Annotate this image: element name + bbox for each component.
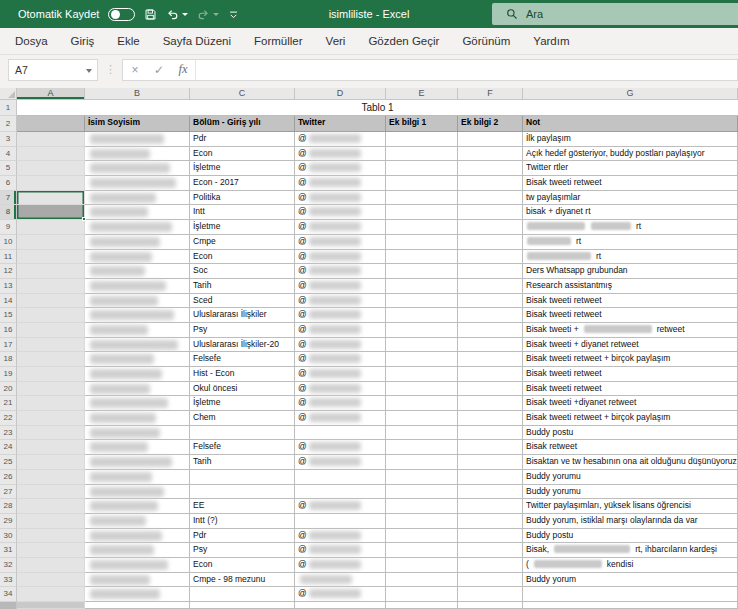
cell-a[interactable] bbox=[17, 235, 85, 250]
cell-twitter[interactable]: @ bbox=[295, 161, 386, 176]
cell-twitter[interactable]: @ bbox=[295, 294, 386, 309]
cell-twitter[interactable]: @ bbox=[295, 308, 386, 323]
cell-extra2[interactable] bbox=[458, 161, 523, 176]
cell-note[interactable]: Bisak tweeti retweet bbox=[523, 382, 738, 397]
cell-department[interactable]: Felsefe bbox=[190, 352, 295, 367]
cell-extra1[interactable] bbox=[386, 338, 458, 353]
row-header-22[interactable]: 22 bbox=[0, 411, 17, 426]
cell-name[interactable] bbox=[85, 323, 190, 338]
cell-name[interactable] bbox=[85, 573, 190, 588]
cell-extra1[interactable] bbox=[386, 543, 458, 558]
ribbon-tab-yardim[interactable]: Yardım bbox=[533, 35, 569, 47]
ribbon-tab-ekle[interactable]: Ekle bbox=[117, 35, 139, 47]
undo-dropdown-caret[interactable] bbox=[182, 13, 188, 16]
header-cell-a[interactable] bbox=[17, 116, 85, 132]
cell-name[interactable] bbox=[85, 161, 190, 176]
cell-extra1[interactable] bbox=[386, 426, 458, 441]
cell-a[interactable] bbox=[17, 455, 85, 470]
cell-extra2[interactable] bbox=[458, 485, 523, 500]
cell-twitter[interactable]: @ bbox=[295, 455, 386, 470]
row-header-29[interactable]: 29 bbox=[0, 514, 17, 529]
cell-twitter[interactable] bbox=[295, 485, 386, 500]
cell-extra2[interactable] bbox=[458, 543, 523, 558]
cell-a[interactable] bbox=[17, 514, 85, 529]
row-header-8[interactable]: 8 bbox=[0, 205, 17, 220]
cell-extra2[interactable] bbox=[458, 573, 523, 588]
select-all-corner[interactable] bbox=[0, 88, 17, 99]
cell-twitter[interactable]: @ bbox=[295, 323, 386, 338]
cell-department[interactable]: Uluslararası İlişkiler-20 bbox=[190, 338, 295, 353]
cell-extra2[interactable] bbox=[458, 191, 523, 206]
cell-extra1[interactable] bbox=[386, 602, 458, 609]
cell-twitter[interactable]: @ bbox=[295, 587, 386, 602]
row-header-28[interactable]: 28 bbox=[0, 499, 17, 514]
cell-extra2[interactable] bbox=[458, 338, 523, 353]
cell-note[interactable]: Bisaktan ve tw hesabının ona ait olduğun… bbox=[523, 455, 738, 470]
cell-a[interactable] bbox=[17, 426, 85, 441]
cell-a[interactable] bbox=[17, 176, 85, 191]
cell-department[interactable]: Politika bbox=[190, 191, 295, 206]
cell-note[interactable]: Buddy yorum, istiklal marşı olaylarında … bbox=[523, 514, 738, 529]
cell-note[interactable]: rt bbox=[523, 235, 738, 250]
cell-note[interactable] bbox=[523, 602, 738, 609]
cell-extra1[interactable] bbox=[386, 455, 458, 470]
cell-extra2[interactable] bbox=[458, 602, 523, 609]
cell-a[interactable] bbox=[17, 147, 85, 162]
cell-name[interactable] bbox=[85, 440, 190, 455]
column-header-e[interactable]: E bbox=[386, 88, 458, 99]
cell-a[interactable] bbox=[17, 250, 85, 265]
cell-a[interactable] bbox=[17, 352, 85, 367]
cell-extra1[interactable] bbox=[386, 382, 458, 397]
cell-extra1[interactable] bbox=[386, 396, 458, 411]
cell-note[interactable]: İlk paylaşım bbox=[523, 132, 738, 147]
cell-twitter[interactable]: @ bbox=[295, 411, 386, 426]
header-cell-department[interactable]: Bölüm - Giriş yılı bbox=[190, 116, 295, 132]
cell-name[interactable] bbox=[85, 308, 190, 323]
name-box-dropdown-icon[interactable] bbox=[86, 69, 92, 73]
cell-department[interactable] bbox=[190, 426, 295, 441]
cell-extra2[interactable] bbox=[458, 264, 523, 279]
cell-twitter[interactable]: @ bbox=[295, 338, 386, 353]
cell-a[interactable] bbox=[17, 367, 85, 382]
fill-handle[interactable] bbox=[82, 217, 86, 221]
cell-department[interactable]: Psy bbox=[190, 543, 295, 558]
cell-name[interactable] bbox=[85, 587, 190, 602]
row-header-27[interactable]: 27 bbox=[0, 485, 17, 500]
cell-extra1[interactable] bbox=[386, 411, 458, 426]
cell-note[interactable]: Buddy postu bbox=[523, 529, 738, 544]
cell-extra2[interactable] bbox=[458, 396, 523, 411]
header-cell-extra1[interactable]: Ek bilgi 1 bbox=[386, 116, 458, 132]
cell-extra2[interactable] bbox=[458, 220, 523, 235]
cell-name[interactable] bbox=[85, 132, 190, 147]
cell-extra2[interactable] bbox=[458, 205, 523, 220]
cell-note[interactable]: Bisak tweeti +retweet bbox=[523, 323, 738, 338]
cell-extra2[interactable] bbox=[458, 235, 523, 250]
cell-a[interactable] bbox=[17, 205, 85, 220]
cell-a[interactable] bbox=[17, 440, 85, 455]
cell-name[interactable] bbox=[85, 338, 190, 353]
cell-extra1[interactable] bbox=[386, 161, 458, 176]
column-header-b[interactable]: B bbox=[85, 88, 190, 99]
cell-note[interactable]: bisak + diyanet rt bbox=[523, 205, 738, 220]
row-header-14[interactable]: 14 bbox=[0, 294, 17, 309]
cell-name[interactable] bbox=[85, 191, 190, 206]
column-header-g[interactable]: G bbox=[523, 88, 738, 99]
column-header-d[interactable]: D bbox=[295, 88, 386, 99]
cell-a[interactable] bbox=[17, 470, 85, 485]
formula-input[interactable] bbox=[195, 60, 737, 80]
cell-extra2[interactable] bbox=[458, 367, 523, 382]
save-icon[interactable] bbox=[144, 8, 157, 21]
cell-name[interactable] bbox=[85, 220, 190, 235]
cell-extra1[interactable] bbox=[386, 147, 458, 162]
column-header-c[interactable]: C bbox=[190, 88, 295, 99]
cell-twitter[interactable]: @ bbox=[295, 543, 386, 558]
row-header-4[interactable]: 4 bbox=[0, 147, 17, 162]
cell-extra1[interactable] bbox=[386, 573, 458, 588]
cell-extra1[interactable] bbox=[386, 132, 458, 147]
header-cell-note[interactable]: Not bbox=[523, 116, 738, 132]
cell-a[interactable] bbox=[17, 499, 85, 514]
cell-extra1[interactable] bbox=[386, 323, 458, 338]
cell-note[interactable]: Bisak,rt, ihbarcıların kardeşi bbox=[523, 543, 738, 558]
cell-twitter[interactable] bbox=[295, 426, 386, 441]
cell-name[interactable] bbox=[85, 514, 190, 529]
